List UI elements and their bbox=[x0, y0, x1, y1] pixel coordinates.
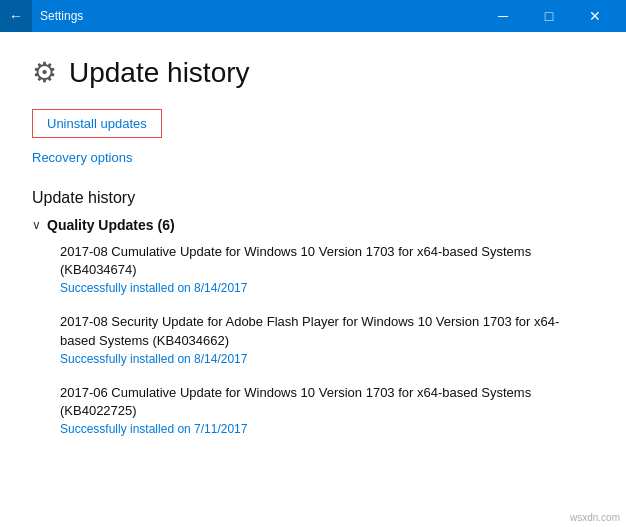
watermark: wsxdn.com bbox=[570, 512, 620, 523]
update-item: 2017-08 Cumulative Update for Windows 10… bbox=[60, 243, 594, 295]
gear-icon: ⚙ bbox=[32, 56, 57, 89]
title-bar-left: ← Settings bbox=[0, 0, 83, 32]
page-title: Update history bbox=[69, 57, 250, 89]
update-history-section-title: Update history bbox=[32, 189, 594, 207]
app-title: Settings bbox=[40, 9, 83, 23]
update-name: 2017-08 Security Update for Adobe Flash … bbox=[60, 313, 594, 349]
update-status[interactable]: Successfully installed on 7/11/2017 bbox=[60, 422, 594, 436]
minimize-button[interactable]: ─ bbox=[480, 0, 526, 32]
uninstall-updates-button[interactable]: Uninstall updates bbox=[32, 109, 162, 138]
update-status[interactable]: Successfully installed on 8/14/2017 bbox=[60, 281, 594, 295]
update-name: 2017-08 Cumulative Update for Windows 10… bbox=[60, 243, 594, 279]
category-label: Quality Updates (6) bbox=[47, 217, 175, 233]
back-button[interactable]: ← bbox=[0, 0, 32, 32]
close-button[interactable]: ✕ bbox=[572, 0, 618, 32]
page-header: ⚙ Update history bbox=[32, 56, 594, 89]
chevron-down-icon: ∨ bbox=[32, 218, 41, 232]
category-row[interactable]: ∨ Quality Updates (6) bbox=[32, 217, 594, 233]
update-item: 2017-08 Security Update for Adobe Flash … bbox=[60, 313, 594, 365]
back-arrow-icon: ← bbox=[9, 8, 23, 24]
update-name: 2017-06 Cumulative Update for Windows 10… bbox=[60, 384, 594, 420]
main-content: ⚙ Update history Uninstall updates Recov… bbox=[0, 32, 626, 527]
window-controls: ─ □ ✕ bbox=[480, 0, 618, 32]
updates-list: 2017-08 Cumulative Update for Windows 10… bbox=[32, 243, 594, 436]
update-status[interactable]: Successfully installed on 8/14/2017 bbox=[60, 352, 594, 366]
recovery-options-link[interactable]: Recovery options bbox=[32, 150, 594, 165]
update-item: 2017-06 Cumulative Update for Windows 10… bbox=[60, 384, 594, 436]
title-bar: ← Settings ─ □ ✕ bbox=[0, 0, 626, 32]
maximize-button[interactable]: □ bbox=[526, 0, 572, 32]
